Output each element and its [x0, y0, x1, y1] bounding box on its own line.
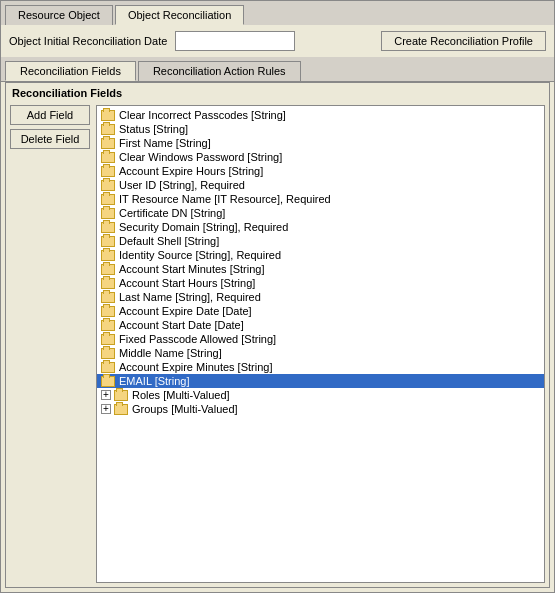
folder-icon — [101, 362, 115, 373]
folder-icon — [101, 250, 115, 261]
folder-icon — [114, 404, 128, 415]
field-label: User ID [String], Required — [119, 179, 245, 191]
field-label: Security Domain [String], Required — [119, 221, 288, 233]
field-label: Roles [Multi-Valued] — [132, 389, 230, 401]
field-label: Middle Name [String] — [119, 347, 222, 359]
list-item[interactable]: Clear Incorrect Passcodes [String] — [97, 108, 544, 122]
folder-icon — [101, 180, 115, 191]
field-label: First Name [String] — [119, 137, 211, 149]
list-item[interactable]: Default Shell [String] — [97, 234, 544, 248]
field-label: Account Expire Date [Date] — [119, 305, 252, 317]
list-item[interactable]: Account Start Minutes [String] — [97, 262, 544, 276]
list-item[interactable]: Account Expire Hours [String] — [97, 164, 544, 178]
tab-object-reconciliation[interactable]: Object Reconciliation — [115, 5, 244, 25]
field-label: Account Expire Minutes [String] — [119, 361, 272, 373]
expand-icon[interactable]: + — [101, 390, 111, 400]
left-buttons: Add Field Delete Field — [10, 105, 90, 583]
folder-icon — [101, 264, 115, 275]
field-label: Groups [Multi-Valued] — [132, 403, 238, 415]
panel-body: Add Field Delete Field Clear Incorrect P… — [6, 101, 549, 587]
top-tab-bar: Resource Object Object Reconciliation — [1, 1, 554, 25]
field-label: Account Start Date [Date] — [119, 319, 244, 331]
folder-icon — [101, 124, 115, 135]
tab-reconciliation-action-rules[interactable]: Reconciliation Action Rules — [138, 61, 301, 81]
list-item[interactable]: +Groups [Multi-Valued] — [97, 402, 544, 416]
field-label: Clear Windows Password [String] — [119, 151, 282, 163]
folder-icon — [101, 320, 115, 331]
field-label: Default Shell [String] — [119, 235, 219, 247]
date-label: Object Initial Reconciliation Date — [9, 35, 167, 47]
inner-tab-bar: Reconciliation Fields Reconciliation Act… — [1, 57, 554, 82]
field-label: Clear Incorrect Passcodes [String] — [119, 109, 286, 121]
field-label: Account Start Minutes [String] — [119, 263, 265, 275]
list-item[interactable]: Certificate DN [String] — [97, 206, 544, 220]
add-field-button[interactable]: Add Field — [10, 105, 90, 125]
list-item[interactable]: EMAIL [String] — [97, 374, 544, 388]
list-item[interactable]: Account Start Hours [String] — [97, 276, 544, 290]
list-item[interactable]: First Name [String] — [97, 136, 544, 150]
list-item[interactable]: Account Start Date [Date] — [97, 318, 544, 332]
folder-icon — [101, 376, 115, 387]
field-label: Status [String] — [119, 123, 188, 135]
list-item[interactable]: Fixed Passcode Allowed [String] — [97, 332, 544, 346]
field-list[interactable]: Clear Incorrect Passcodes [String]Status… — [97, 106, 544, 582]
panel-title: Reconciliation Fields — [6, 83, 549, 101]
field-list-container: Clear Incorrect Passcodes [String]Status… — [96, 105, 545, 583]
list-item[interactable]: +Roles [Multi-Valued] — [97, 388, 544, 402]
list-item[interactable]: Status [String] — [97, 122, 544, 136]
folder-icon — [101, 348, 115, 359]
field-label: Account Expire Hours [String] — [119, 165, 263, 177]
delete-field-button[interactable]: Delete Field — [10, 129, 90, 149]
main-panel: Reconciliation Fields Add Field Delete F… — [5, 82, 550, 588]
list-item[interactable]: Last Name [String], Required — [97, 290, 544, 304]
list-item[interactable]: Account Expire Date [Date] — [97, 304, 544, 318]
field-label: Account Start Hours [String] — [119, 277, 255, 289]
list-item[interactable]: Clear Windows Password [String] — [97, 150, 544, 164]
list-item[interactable]: Security Domain [String], Required — [97, 220, 544, 234]
field-label: IT Resource Name [IT Resource], Required — [119, 193, 331, 205]
folder-icon — [101, 222, 115, 233]
create-profile-button[interactable]: Create Reconciliation Profile — [381, 31, 546, 51]
list-item[interactable]: User ID [String], Required — [97, 178, 544, 192]
list-item[interactable]: IT Resource Name [IT Resource], Required — [97, 192, 544, 206]
field-label: Certificate DN [String] — [119, 207, 225, 219]
folder-icon — [101, 334, 115, 345]
list-item[interactable]: Middle Name [String] — [97, 346, 544, 360]
field-label: Fixed Passcode Allowed [String] — [119, 333, 276, 345]
list-item[interactable]: Identity Source [String], Required — [97, 248, 544, 262]
list-item[interactable]: Account Expire Minutes [String] — [97, 360, 544, 374]
expand-icon[interactable]: + — [101, 404, 111, 414]
header-row: Object Initial Reconciliation Date Creat… — [1, 25, 554, 57]
folder-icon — [101, 278, 115, 289]
folder-icon — [101, 306, 115, 317]
folder-icon — [101, 194, 115, 205]
field-label: Identity Source [String], Required — [119, 249, 281, 261]
field-label: EMAIL [String] — [119, 375, 190, 387]
main-window: Resource Object Object Reconciliation Ob… — [0, 0, 555, 593]
folder-icon — [114, 390, 128, 401]
folder-icon — [101, 292, 115, 303]
folder-icon — [101, 152, 115, 163]
folder-icon — [101, 110, 115, 121]
folder-icon — [101, 138, 115, 149]
date-input[interactable] — [175, 31, 295, 51]
folder-icon — [101, 236, 115, 247]
field-label: Last Name [String], Required — [119, 291, 261, 303]
tab-resource-object[interactable]: Resource Object — [5, 5, 113, 25]
folder-icon — [101, 208, 115, 219]
folder-icon — [101, 166, 115, 177]
tab-reconciliation-fields[interactable]: Reconciliation Fields — [5, 61, 136, 81]
